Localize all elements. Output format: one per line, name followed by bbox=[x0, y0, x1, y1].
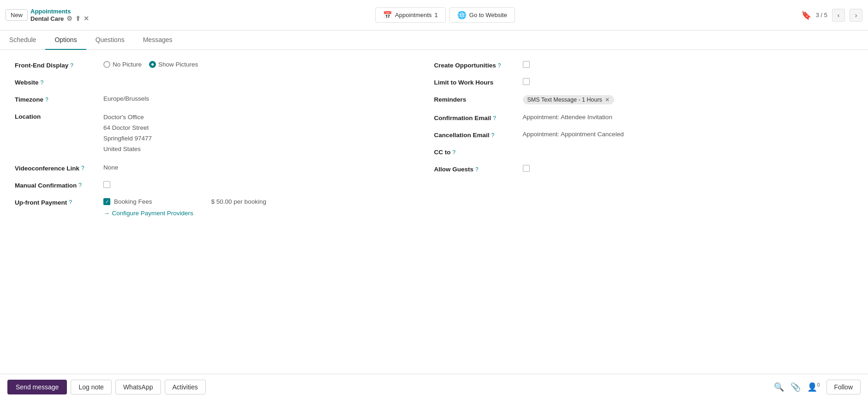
main-content: Front-End Display ? No Picture Show Pict… bbox=[0, 50, 868, 374]
reminders-value: SMS Text Message - 1 Hours ✕ bbox=[523, 95, 614, 104]
upfront-payment-help[interactable]: ? bbox=[69, 199, 72, 206]
nav-next-button[interactable]: › bbox=[850, 9, 862, 22]
topbar-right: 🔖 3 / 5 ‹ › bbox=[801, 9, 862, 22]
videoconference-label: Videoconference Link ? bbox=[15, 164, 98, 172]
allow-guests-label: Allow Guests ? bbox=[434, 165, 517, 173]
timezone-field: Timezone ? Europe/Brussels bbox=[15, 95, 416, 103]
front-end-display-label: Front-End Display ? bbox=[15, 61, 98, 69]
tab-questions[interactable]: Questions bbox=[86, 30, 134, 50]
appointments-count: 1 bbox=[435, 12, 438, 18]
manual-confirmation-help[interactable]: ? bbox=[78, 182, 82, 188]
search-icon[interactable]: 🔍 bbox=[774, 382, 784, 392]
show-pictures-radio[interactable]: Show Pictures bbox=[149, 61, 198, 68]
create-opportunities-value bbox=[523, 61, 530, 68]
cancellation-email-help[interactable]: ? bbox=[491, 132, 495, 139]
reminder-tag-label: SMS Text Message - 1 Hours bbox=[527, 97, 602, 103]
show-pictures-radio-circle bbox=[149, 61, 156, 68]
manual-confirmation-label: Manual Confirmation ? bbox=[15, 181, 98, 189]
booking-fees-label: Booking Fees bbox=[114, 198, 152, 205]
upload-icon[interactable]: ⬆ bbox=[75, 15, 81, 22]
videoconference-value: None bbox=[103, 164, 118, 171]
website-help[interactable]: ? bbox=[41, 79, 44, 86]
nav-prev-button[interactable]: ‹ bbox=[832, 9, 845, 22]
gear-icon[interactable]: ⚙ bbox=[66, 15, 72, 22]
cc-to-help[interactable]: ? bbox=[453, 149, 456, 156]
location-value: Doctor's Office 64 Doctor Street Springf… bbox=[103, 112, 152, 155]
tab-options[interactable]: Options bbox=[45, 30, 86, 50]
front-end-display-value: No Picture Show Pictures bbox=[103, 61, 198, 68]
left-column: Front-End Display ? No Picture Show Pict… bbox=[15, 61, 434, 226]
activities-button[interactable]: Activities bbox=[165, 380, 206, 394]
timezone-label: Timezone ? bbox=[15, 95, 98, 103]
breadcrumb: Appointments Dental Care ⚙ ⬆ ✕ bbox=[30, 8, 89, 22]
cancellation-email-label: Cancellation Email ? bbox=[434, 131, 517, 139]
location-label: Location bbox=[15, 112, 98, 120]
paperclip-icon[interactable]: 📎 bbox=[790, 382, 801, 392]
confirmation-email-field: Confirmation Email ? Appointment: Attend… bbox=[434, 114, 835, 121]
configure-payment-label: Configure Payment Providers bbox=[112, 210, 193, 217]
tab-schedule[interactable]: Schedule bbox=[0, 30, 45, 50]
right-column: Create Opportunities ? Limit to Work Hou… bbox=[434, 61, 854, 226]
goto-website-label: Go to Website bbox=[469, 12, 507, 18]
footer-right: 🔍 📎 👤0 Follow bbox=[774, 380, 861, 394]
allow-guests-help[interactable]: ? bbox=[475, 166, 479, 173]
no-picture-radio[interactable]: No Picture bbox=[103, 61, 142, 68]
no-picture-label: No Picture bbox=[113, 61, 142, 68]
configure-payment-link[interactable]: → Configure Payment Providers bbox=[103, 210, 193, 217]
videoconference-help[interactable]: ? bbox=[81, 165, 84, 171]
confirmation-email-label: Confirmation Email ? bbox=[434, 114, 517, 121]
reminder-tag: SMS Text Message - 1 Hours ✕ bbox=[523, 95, 614, 104]
upfront-payment-value: ✓ Booking Fees $ 50.00 per booking → Con… bbox=[103, 198, 266, 217]
create-opportunities-field: Create Opportunities ? bbox=[434, 61, 835, 69]
limit-work-hours-field: Limit to Work Hours bbox=[434, 78, 835, 86]
whatsapp-button[interactable]: WhatsApp bbox=[115, 380, 161, 394]
cc-to-field: CC to ? bbox=[434, 148, 835, 156]
timezone-help[interactable]: ? bbox=[45, 97, 48, 103]
upfront-payment-field: Up-front Payment ? ✓ Booking Fees $ 50.0… bbox=[15, 198, 416, 217]
arrow-right-icon: → bbox=[103, 210, 110, 217]
limit-work-hours-label: Limit to Work Hours bbox=[434, 78, 517, 86]
cancellation-email-value[interactable]: Appointment: Appointment Canceled bbox=[523, 131, 624, 138]
location-line4: United States bbox=[103, 144, 152, 155]
footer: Send message Log note WhatsApp Activitie… bbox=[0, 374, 868, 400]
booking-fees-checkbox[interactable]: ✓ bbox=[103, 198, 110, 205]
reminder-tag-close[interactable]: ✕ bbox=[605, 97, 610, 103]
bookmark-icon[interactable]: 🔖 bbox=[801, 10, 811, 20]
allow-guests-checkbox[interactable] bbox=[523, 165, 530, 172]
location-line2: 64 Doctor Street bbox=[103, 123, 152, 133]
calendar-icon: 📅 bbox=[383, 11, 392, 19]
upfront-payment-label: Up-front Payment ? bbox=[15, 198, 98, 206]
tabs: Schedule Options Questions Messages bbox=[0, 30, 868, 50]
log-note-button[interactable]: Log note bbox=[71, 380, 112, 394]
location-line3: Springfield 97477 bbox=[103, 133, 152, 144]
location-field: Location Doctor's Office 64 Doctor Stree… bbox=[15, 112, 416, 155]
reminders-label: Reminders bbox=[434, 95, 517, 103]
limit-work-hours-value bbox=[523, 78, 530, 85]
no-picture-radio-circle bbox=[103, 61, 110, 68]
create-opportunities-label: Create Opportunities ? bbox=[434, 61, 517, 69]
limit-work-hours-checkbox[interactable] bbox=[523, 78, 530, 85]
manual-confirmation-value bbox=[103, 181, 110, 188]
confirmation-email-help[interactable]: ? bbox=[493, 115, 496, 121]
nav-info: 3 / 5 bbox=[816, 12, 827, 18]
new-button[interactable]: New bbox=[6, 9, 28, 21]
manual-confirmation-checkbox[interactable] bbox=[103, 181, 110, 188]
appointments-button[interactable]: 📅 Appointments 1 bbox=[375, 7, 446, 23]
topbar-center: 📅 Appointments 1 🌐 Go to Website bbox=[89, 7, 801, 23]
create-opportunities-checkbox[interactable] bbox=[523, 61, 530, 68]
videoconference-field: Videoconference Link ? None bbox=[15, 164, 416, 172]
send-message-button[interactable]: Send message bbox=[7, 380, 67, 394]
follow-button[interactable]: Follow bbox=[826, 380, 861, 394]
goto-website-button[interactable]: 🌐 Go to Website bbox=[449, 7, 515, 23]
breadcrumb-parent[interactable]: Appointments bbox=[30, 8, 89, 15]
breadcrumb-current: Dental Care bbox=[30, 15, 64, 22]
timezone-value: Europe/Brussels bbox=[103, 95, 149, 102]
close-icon[interactable]: ✕ bbox=[84, 15, 89, 22]
front-end-display-help[interactable]: ? bbox=[70, 62, 73, 69]
user-icon[interactable]: 👤0 bbox=[807, 382, 820, 392]
allow-guests-field: Allow Guests ? bbox=[434, 165, 835, 173]
tab-messages[interactable]: Messages bbox=[134, 30, 182, 50]
confirmation-email-value[interactable]: Appointment: Attendee Invitation bbox=[523, 114, 612, 121]
create-opportunities-help[interactable]: ? bbox=[498, 62, 501, 69]
cc-to-label: CC to ? bbox=[434, 148, 517, 156]
